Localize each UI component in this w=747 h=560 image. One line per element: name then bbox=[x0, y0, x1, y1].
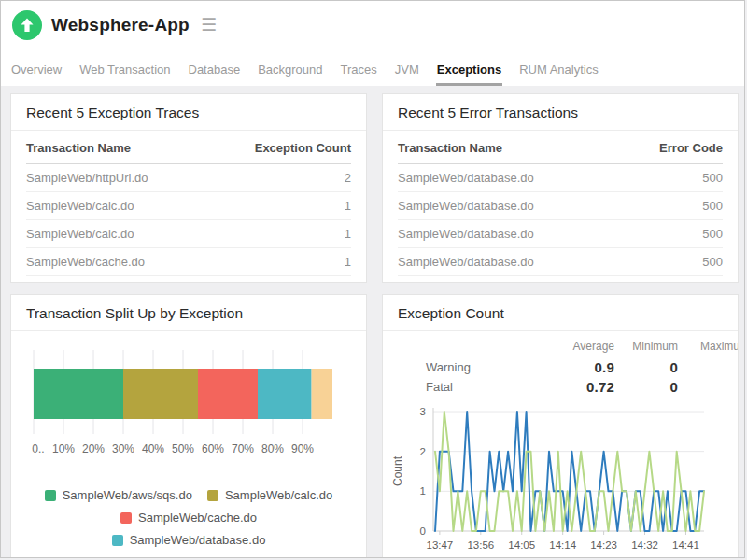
table-row[interactable]: SampleWeb/cache.do1 bbox=[26, 248, 351, 276]
table-row[interactable]: SampleWeb/database.do500 bbox=[398, 248, 723, 276]
table-row[interactable]: SampleWeb/httpUrl.do2 bbox=[26, 164, 351, 192]
legend-item[interactable]: SampleWeb/httpUrl.do bbox=[119, 555, 259, 558]
svg-text:70%: 70% bbox=[232, 442, 254, 455]
tab-jvm[interactable]: JVM bbox=[394, 61, 420, 86]
exception-count-stats: AverageMinimumMaximumWarning0.903Fatal0.… bbox=[383, 331, 739, 400]
svg-text:3: 3 bbox=[420, 406, 426, 417]
legend-label: SampleWeb/calc.do bbox=[225, 488, 332, 502]
stats-column-header: Minimum bbox=[614, 337, 678, 357]
stats-value: 3 bbox=[678, 377, 739, 397]
transaction-name[interactable]: SampleWeb/database.do bbox=[26, 276, 217, 284]
transaction-name[interactable]: SampleWeb/database.do bbox=[398, 164, 619, 192]
legend-item[interactable]: SampleWeb/calc.do bbox=[207, 488, 332, 502]
value-cell: 500 bbox=[619, 276, 723, 284]
legend-item[interactable]: SampleWeb/database.do bbox=[112, 533, 266, 547]
stats-value: 0.9 bbox=[532, 357, 614, 377]
svg-text:80%: 80% bbox=[261, 442, 284, 455]
svg-text:2: 2 bbox=[420, 446, 426, 457]
column-header: Transaction Name bbox=[398, 131, 619, 164]
column-header: Exception Count bbox=[217, 131, 351, 164]
legend-swatch bbox=[207, 490, 218, 501]
column-header: Transaction Name bbox=[26, 131, 217, 164]
svg-text:14:05: 14:05 bbox=[508, 539, 535, 551]
table-row[interactable]: SampleWeb/database.do500 bbox=[398, 192, 723, 220]
panel-title: Exception Count bbox=[383, 295, 738, 331]
tab-background[interactable]: Background bbox=[257, 61, 323, 86]
svg-text:10%: 10% bbox=[52, 442, 75, 455]
table-row[interactable]: SampleWeb/calc.do1 bbox=[26, 220, 351, 248]
arrow-up-icon bbox=[12, 10, 42, 40]
legend-item[interactable]: SampleWeb/aws/sqs.do bbox=[45, 488, 192, 502]
stats-row-label: Fatal bbox=[398, 378, 532, 396]
legend-swatch bbox=[120, 512, 132, 524]
panel-recent-exception-traces: Recent 5 Exception Traces Transaction Na… bbox=[10, 93, 367, 283]
panel-title: Transaction Split Up by Exception bbox=[11, 295, 366, 331]
panel-recent-error-transactions: Recent 5 Error Transactions Transaction … bbox=[382, 93, 739, 283]
hamburger-menu-icon[interactable]: ☰ bbox=[201, 16, 217, 35]
table-row[interactable]: SampleWeb/database.do500 bbox=[398, 164, 723, 192]
value-cell: 500 bbox=[619, 192, 723, 220]
value-cell: 500 bbox=[619, 248, 723, 276]
panel-title: Recent 5 Error Transactions bbox=[383, 94, 738, 131]
panel-exception-count: Exception Count AverageMinimumMaximumWar… bbox=[382, 294, 739, 558]
svg-text:60%: 60% bbox=[202, 442, 224, 455]
value-cell: 500 bbox=[619, 164, 723, 192]
dashboard-grid: Recent 5 Exception Traces Transaction Na… bbox=[1, 86, 744, 558]
app-header: Websphere-App ☰ bbox=[1, 1, 744, 61]
svg-text:13:47: 13:47 bbox=[426, 539, 453, 551]
stats-value: 0 bbox=[614, 357, 678, 377]
svg-text:50%: 50% bbox=[172, 442, 194, 455]
transaction-name[interactable]: SampleWeb/database.do bbox=[398, 192, 619, 220]
tab-overview[interactable]: Overview bbox=[10, 61, 63, 86]
svg-text:14:32: 14:32 bbox=[631, 539, 658, 551]
tab-bar: OverviewWeb TransactionDatabaseBackgroun… bbox=[1, 61, 744, 86]
app-title: Websphere-App bbox=[51, 15, 190, 35]
svg-text:Count: Count bbox=[391, 455, 404, 486]
legend-item[interactable]: SampleWeb/cache.do bbox=[120, 511, 257, 525]
svg-text:30%: 30% bbox=[112, 442, 134, 455]
transaction-name[interactable]: SampleWeb/database.do bbox=[398, 220, 619, 248]
value-cell: 1 bbox=[217, 220, 351, 248]
svg-text:0..: 0.. bbox=[32, 442, 44, 455]
svg-text:20%: 20% bbox=[82, 442, 105, 455]
svg-text:14:23: 14:23 bbox=[590, 539, 617, 551]
legend-label: SampleWeb/cache.do bbox=[138, 511, 257, 525]
tab-web-transaction[interactable]: Web Transaction bbox=[78, 61, 171, 86]
transaction-name[interactable]: SampleWeb/database.do bbox=[398, 276, 619, 284]
transaction-name[interactable]: SampleWeb/calc.do bbox=[26, 220, 217, 248]
transaction-name[interactable]: SampleWeb/httpUrl.do bbox=[26, 164, 217, 192]
transaction-name[interactable]: SampleWeb/calc.do bbox=[26, 192, 217, 220]
svg-text:14:41: 14:41 bbox=[672, 539, 699, 551]
legend-label: SampleWeb/database.do bbox=[130, 533, 266, 547]
tab-traces[interactable]: Traces bbox=[340, 61, 378, 86]
value-cell: 2 bbox=[217, 164, 351, 192]
app-window: Websphere-App ☰ OverviewWeb TransactionD… bbox=[0, 0, 745, 558]
panel-transaction-split: Transaction Split Up by Exception 0..10%… bbox=[10, 294, 367, 558]
svg-text:40%: 40% bbox=[142, 442, 164, 455]
column-header: Error Code bbox=[619, 131, 723, 164]
svg-text:0: 0 bbox=[420, 525, 426, 537]
exception-traces-table: Transaction NameException CountSampleWeb… bbox=[26, 131, 351, 283]
tab-database[interactable]: Database bbox=[188, 61, 242, 86]
tab-exceptions[interactable]: Exceptions bbox=[436, 61, 502, 86]
panel-title: Recent 5 Exception Traces bbox=[11, 94, 366, 131]
table-row[interactable]: SampleWeb/database.do500 bbox=[398, 220, 723, 248]
monitor-status-icon[interactable] bbox=[12, 10, 42, 40]
stacked-bar-chart: 0..10%20%30%40%50%60%70%80%90% bbox=[11, 331, 366, 468]
stats-value: 0.72 bbox=[532, 377, 614, 397]
stats-value: 3 bbox=[678, 357, 739, 377]
table-row[interactable]: SampleWeb/database.do500 bbox=[398, 276, 723, 284]
line-chart-svg: 0123Count13:4713:5614:0514:1414:2314:321… bbox=[390, 402, 719, 557]
svg-text:13:56: 13:56 bbox=[467, 539, 494, 551]
exception-count-line-chart: 0123Count13:4713:5614:0514:1414:2314:321… bbox=[383, 400, 738, 558]
svg-text:90%: 90% bbox=[291, 442, 314, 455]
table-row[interactable]: SampleWeb/database.do1 bbox=[26, 276, 351, 284]
bar-chart-legend: SampleWeb/aws/sqs.doSampleWeb/calc.doSam… bbox=[11, 484, 366, 558]
stats-column-header: Average bbox=[532, 337, 614, 357]
tab-rum-analytics[interactable]: RUM Analytics bbox=[518, 61, 599, 86]
transaction-name[interactable]: SampleWeb/cache.do bbox=[26, 248, 217, 276]
transaction-name[interactable]: SampleWeb/database.do bbox=[398, 248, 619, 276]
svg-text:14:14: 14:14 bbox=[549, 539, 576, 551]
table-row[interactable]: SampleWeb/calc.do1 bbox=[26, 192, 351, 220]
svg-text:1: 1 bbox=[420, 485, 426, 497]
